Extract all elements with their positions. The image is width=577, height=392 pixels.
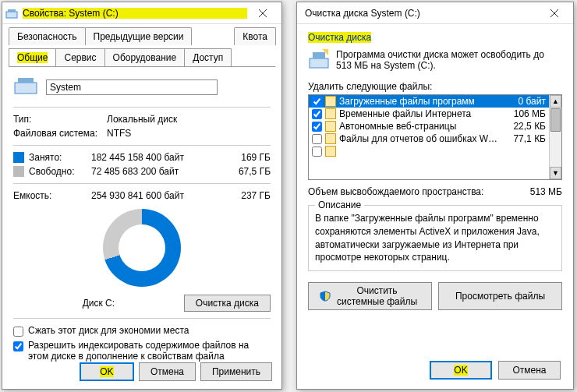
list-label: Удалить следующие файлы:	[308, 81, 562, 92]
drive-icon	[5, 7, 18, 19]
tab-row-top: Безопасность Предыдущие версии Квота	[9, 27, 275, 45]
tab-row-bottom: Общие Сервис Оборудование Доступ	[9, 48, 275, 67]
titlebar[interactable]: Очистка диска System (C:)	[297, 2, 573, 24]
fs-label: Файловая система:	[13, 128, 107, 139]
svg-rect-9	[313, 52, 325, 58]
scroll-down-button[interactable]: ▼	[550, 167, 561, 179]
used-swatch	[13, 152, 24, 163]
general-tab-body: Тип:Локальный диск Файловая система:NTFS…	[2, 67, 281, 373]
tab-prev-versions[interactable]: Предыдущие версии	[85, 27, 193, 45]
cap-label: Емкость:	[13, 190, 91, 201]
usage-pie-chart	[103, 209, 181, 287]
tab-tools[interactable]: Сервис	[55, 48, 104, 66]
close-button[interactable]	[247, 3, 278, 23]
svg-rect-1	[8, 9, 16, 12]
list-item[interactable]: Файлы для отчетов об ошибках Win...77,1 …	[309, 132, 549, 145]
item-name: Временные файлы Интернета	[339, 108, 499, 119]
close-button[interactable]	[539, 3, 570, 23]
svg-rect-0	[6, 12, 17, 18]
cancel-button[interactable]: Отмена	[139, 362, 196, 381]
item-checkbox[interactable]	[312, 134, 322, 144]
tab-security[interactable]: Безопасность	[9, 27, 86, 45]
dialog-buttons: OK Отмена Применить	[80, 362, 272, 381]
item-checkbox[interactable]	[312, 97, 322, 107]
folder-icon	[325, 146, 336, 157]
item-checkbox[interactable]	[312, 147, 322, 157]
scrollbar[interactable]: ▲ ▼	[549, 95, 561, 179]
free-swatch	[13, 166, 24, 177]
cancel-button[interactable]: Отмена	[498, 361, 561, 380]
item-checkbox[interactable]	[312, 122, 322, 132]
fs-value: NTFS	[107, 128, 271, 139]
scroll-thumb[interactable]	[550, 108, 561, 132]
item-name: Файлы для отчетов об ошибках Win...	[339, 133, 499, 144]
cap-gb: 237 ГБ	[224, 190, 271, 201]
tab-hardware[interactable]: Оборудование	[104, 48, 186, 66]
free-gb: 67,5 ГБ	[224, 166, 271, 177]
description-text: В папке "Загруженные файлы программ" вре…	[315, 212, 555, 264]
shield-icon	[320, 291, 331, 302]
drive-icon-large	[13, 75, 38, 99]
group-legend: Описание	[315, 200, 364, 210]
used-label: Занято:	[29, 152, 91, 163]
cap-bytes: 254 930 841 600 байт	[91, 190, 224, 201]
folder-icon	[325, 121, 336, 132]
folder-icon	[325, 96, 336, 107]
disk-cleanup-button[interactable]: Очистка диска	[184, 295, 271, 312]
dialog-title: Очистка диска System (C:)	[300, 8, 539, 19]
svg-rect-8	[310, 58, 328, 68]
section-label: Очистка диска	[308, 32, 562, 43]
tab-quota[interactable]: Квота	[234, 27, 276, 45]
list-item[interactable]: Загруженные файлы программ0 байт	[309, 95, 549, 108]
index-checkbox[interactable]: Разрешить индексировать содержимое файло…	[13, 340, 271, 362]
used-bytes: 182 445 158 400 байт	[91, 152, 224, 163]
item-size: 22,5 КБ	[499, 121, 546, 132]
cleanup-body: Очистка диска Программа очистки диска мо…	[297, 24, 573, 316]
item-size: 106 МБ	[499, 108, 546, 119]
tab-general[interactable]: Общие	[9, 48, 56, 66]
tab-sharing[interactable]: Доступ	[184, 48, 232, 66]
type-label: Тип:	[13, 114, 107, 125]
list-item[interactable]: Временные файлы Интернета106 МБ	[309, 108, 549, 120]
svg-rect-5	[18, 78, 34, 83]
view-files-button[interactable]: Просмотреть файлы	[438, 282, 562, 310]
dialog-title: Свойства: System (C:)	[23, 8, 247, 19]
properties-dialog: Свойства: System (C:) Безопасность Преды…	[2, 2, 282, 390]
item-size: 77,1 КБ	[499, 133, 546, 144]
clean-system-files-button[interactable]: Очистить системные файлы	[308, 282, 432, 310]
file-list: Загруженные файлы программ0 байтВременны…	[308, 94, 562, 180]
disk-label: Диск C:	[13, 298, 184, 309]
freed-label: Объем высвобождаемого пространства:	[308, 186, 530, 197]
cleanup-desc: Программа очистки диска может освободить…	[336, 49, 562, 73]
ok-button[interactable]: OK	[80, 362, 134, 381]
description-group: Описание В папке "Загруженные файлы прог…	[308, 205, 562, 271]
compress-checkbox[interactable]: Сжать этот диск для экономии места	[13, 325, 271, 337]
list-item[interactable]	[309, 145, 549, 157]
folder-icon	[325, 108, 336, 119]
svg-rect-4	[15, 83, 37, 94]
folder-icon	[325, 133, 336, 144]
item-name: Автономные веб-страницы	[339, 121, 499, 132]
freed-value: 513 МБ	[530, 186, 562, 197]
item-size: 0 байт	[499, 96, 546, 107]
cleanup-dialog: Очистка диска System (C:) Очистка диска …	[296, 2, 574, 390]
item-checkbox[interactable]	[312, 109, 322, 119]
item-name: Загруженные файлы программ	[339, 96, 499, 107]
cleanup-icon	[308, 49, 330, 73]
apply-button[interactable]: Применить	[200, 362, 272, 381]
volume-name-input[interactable]	[46, 79, 218, 95]
free-bytes: 72 485 683 200 байт	[91, 166, 224, 177]
dialog-buttons: OK Отмена	[430, 361, 561, 380]
type-value: Локальный диск	[107, 114, 271, 125]
scroll-up-button[interactable]: ▲	[550, 95, 561, 108]
titlebar[interactable]: Свойства: System (C:)	[2, 2, 281, 24]
list-item[interactable]: Автономные веб-страницы22,5 КБ	[309, 120, 549, 132]
free-label: Свободно:	[29, 166, 91, 177]
used-gb: 169 ГБ	[224, 152, 271, 163]
ok-button[interactable]: OK	[430, 361, 492, 380]
